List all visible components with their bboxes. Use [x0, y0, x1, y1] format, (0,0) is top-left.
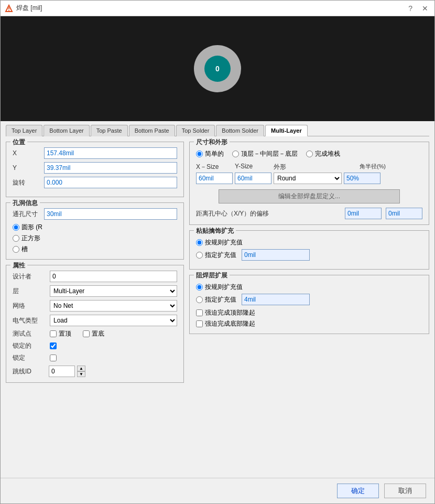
offset-x-input[interactable]: [345, 208, 382, 219]
top-mid-bot-radio[interactable]: 顶层－中间层－底层: [232, 149, 298, 158]
designer-input[interactable]: [50, 271, 177, 282]
paste-expand-radio-group: 按规则扩充值 指定扩充值: [196, 238, 422, 261]
layer-select[interactable]: Multi-Layer Top Layer Bottom Layer: [50, 285, 177, 297]
tab-bottom-layer[interactable]: Bottom Layer: [44, 125, 89, 136]
tab-top-solder[interactable]: Top Solder: [176, 125, 215, 136]
locked-checkbox[interactable]: [50, 342, 57, 349]
size-radio-row: 简单的 顶层－中间层－底层 完成堆栈: [196, 149, 422, 158]
solder-force-checkboxes: 强迫完成顶部隆起 强迫完成底部隆起: [196, 308, 422, 328]
solder-expand-radio-group: 按规则扩充值 指定扩充值: [196, 283, 422, 305]
solder-expand-title: 阻焊层扩展: [194, 271, 230, 280]
position-group-title: 位置: [10, 138, 27, 147]
tab-bottom-paste[interactable]: Bottom Paste: [129, 125, 175, 136]
main-content: 位置 X Y 旋转 孔洞信息 通孔尺寸: [1, 136, 434, 478]
jumpid-row: 跳线ID ▲ ▼: [13, 366, 177, 377]
cancel-button[interactable]: 取消: [384, 484, 426, 498]
solder-custom-input[interactable]: [242, 294, 310, 305]
offset-row: 距离孔中心（X/Y）的偏移: [196, 208, 422, 219]
size-table-row: Round Rectangular Octagonal: [196, 173, 422, 184]
right-panel: 尺寸和外形 简单的 顶层－中间层－底层 完成堆栈: [189, 142, 429, 473]
svg-point-2: [8, 10, 9, 11]
paste-rule-radio[interactable]: 按规则扩充值: [196, 238, 422, 247]
jumpid-up-btn[interactable]: ▲: [77, 366, 85, 371]
app-icon: [5, 4, 13, 13]
force-top-checkbox[interactable]: 强迫完成顶部隆起: [196, 308, 422, 317]
locked-row: 锁定的: [13, 341, 177, 350]
net-select[interactable]: No Net: [50, 300, 177, 312]
tab-bottom-solder[interactable]: Bottom Solder: [216, 125, 264, 136]
rotation-label: 旋转: [13, 178, 44, 187]
simple-radio[interactable]: 简单的: [196, 149, 224, 158]
paste-custom-radio[interactable]: 指定扩充值: [196, 251, 236, 260]
testpoint-top-checkbox[interactable]: 置顶: [50, 329, 71, 338]
hole-group-title: 孔洞信息: [10, 199, 40, 208]
tab-top-paste[interactable]: Top Paste: [91, 125, 128, 136]
hole-round-radio[interactable]: 圆形 (R: [13, 223, 177, 232]
xsize-input[interactable]: [196, 173, 233, 184]
solder-rule-radio[interactable]: 按规则扩充值: [196, 283, 422, 292]
jumpid-down-btn[interactable]: ▼: [77, 371, 85, 377]
testpoint-label: 测试点: [13, 329, 47, 338]
pad-inner: 0: [204, 56, 231, 82]
pad-number: 0: [215, 65, 220, 73]
properties-group-title: 属性: [10, 261, 27, 270]
solder-custom-radio[interactable]: 指定扩充值: [196, 295, 236, 304]
edit-all-btn[interactable]: 编辑全部焊盘层定义...: [219, 189, 400, 203]
x-input[interactable]: [44, 147, 177, 159]
size-table-header: X－Size Y-Size 外形 角半径(%): [196, 163, 422, 171]
hole-size-label: 通孔尺寸: [13, 210, 44, 219]
hole-size-input[interactable]: [44, 208, 177, 220]
tab-multi-layer[interactable]: Multi-Layer: [265, 125, 308, 136]
rotation-row: 旋转: [13, 177, 177, 188]
x-label: X: [13, 149, 44, 157]
designer-row: 设计者: [13, 271, 177, 282]
lock-label: 锁定: [13, 353, 47, 362]
jumpid-label: 跳线ID: [13, 367, 47, 376]
pad-preview: 0: [194, 45, 241, 92]
etype-label: 电气类型: [13, 316, 47, 325]
hole-size-row: 通孔尺寸: [13, 208, 177, 220]
titlebar-buttons: ? ✕: [406, 5, 430, 12]
offset-label: 距离孔中心（X/Y）的偏移: [196, 209, 341, 218]
lock-checkbox[interactable]: [50, 355, 57, 361]
bottom-bar: 确定 取消: [1, 478, 434, 503]
main-window: 焊盘 [mil] ? ✕ 0 Top Layer Bottom Layer To…: [0, 0, 435, 504]
locked-label: 锁定的: [13, 341, 47, 350]
preview-area: 0: [1, 16, 434, 121]
y-input[interactable]: [44, 162, 177, 174]
force-bot-checkbox[interactable]: 强迫完成底部隆起: [196, 319, 422, 328]
lock-row: 锁定: [13, 353, 177, 362]
full-stack-radio[interactable]: 完成堆栈: [306, 149, 340, 158]
jumpid-spinner: ▲ ▼: [77, 366, 85, 377]
etype-select[interactable]: Load Source Terminator: [50, 315, 177, 326]
ok-button[interactable]: 确定: [337, 484, 379, 498]
tab-top-layer[interactable]: Top Layer: [6, 125, 42, 136]
hole-square-radio[interactable]: 正方形: [13, 234, 177, 243]
help-button[interactable]: ?: [406, 5, 415, 12]
solder-expand-group: 阻焊层扩展 按规则扩充值 指定扩充值: [189, 275, 429, 334]
ysize-col-header: Y-Size: [235, 163, 271, 171]
layer-row: 层 Multi-Layer Top Layer Bottom Layer: [13, 285, 177, 297]
rotation-input[interactable]: [44, 177, 177, 188]
left-panel: 位置 X Y 旋转 孔洞信息 通孔尺寸: [6, 142, 184, 473]
shape-select[interactable]: Round Rectangular Octagonal: [274, 173, 342, 184]
ysize-input[interactable]: [235, 173, 271, 184]
layer-label: 层: [13, 287, 47, 296]
designer-label: 设计者: [13, 272, 47, 281]
angle-input[interactable]: [344, 173, 380, 184]
hole-shape-group: 圆形 (R 正方形 槽: [13, 223, 177, 254]
paste-custom-input[interactable]: [242, 249, 310, 261]
close-button[interactable]: ✕: [420, 5, 430, 12]
hole-slot-radio[interactable]: 槽: [13, 245, 177, 254]
hole-group: 孔洞信息 通孔尺寸 圆形 (R 正方形 槽: [6, 202, 184, 260]
solder-custom-row: 指定扩充值: [196, 294, 422, 305]
jumpid-input[interactable]: [49, 366, 75, 377]
x-row: X: [13, 147, 177, 159]
titlebar-left: 焊盘 [mil]: [5, 4, 42, 13]
offset-y-input[interactable]: [386, 208, 422, 219]
etype-row: 电气类型 Load Source Terminator: [13, 315, 177, 326]
window-title: 焊盘 [mil]: [16, 4, 42, 13]
titlebar: 焊盘 [mil] ? ✕: [1, 1, 434, 16]
paste-custom-row: 指定扩充值: [196, 249, 422, 261]
testpoint-bottom-checkbox[interactable]: 置底: [83, 329, 104, 338]
